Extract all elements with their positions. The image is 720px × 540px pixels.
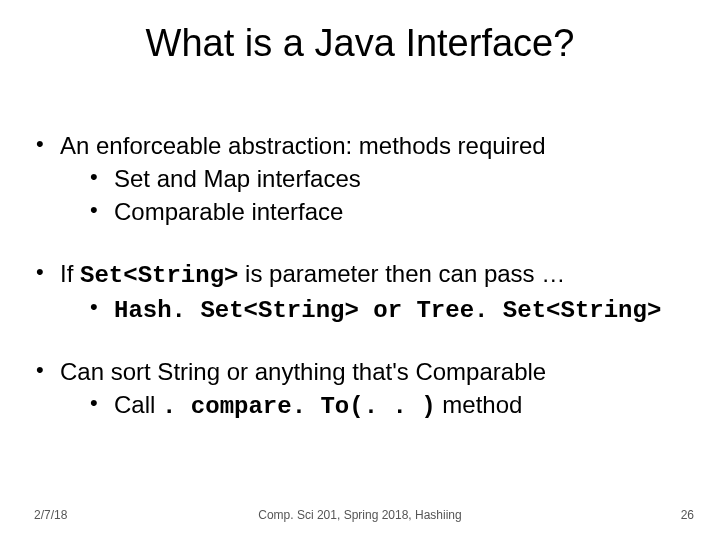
bullet-1-text: An enforceable abstraction: methods requ…	[60, 132, 546, 159]
bullet-2-prefix: If	[60, 260, 80, 287]
bullet-2-sub-1-code: Hash. Set<String> or Tree. Set<String>	[114, 297, 661, 324]
slide: What is a Java Interface? An enforceable…	[0, 0, 720, 540]
bullet-2: If Set<String> is parameter then can pas…	[34, 258, 690, 326]
bullet-3-sub-1-code: . compare. To(. . )	[162, 393, 436, 420]
bullet-2-sub-1: Hash. Set<String> or Tree. Set<String>	[60, 293, 690, 326]
bullet-1-sub-2: Comparable interface	[60, 196, 690, 227]
bullet-3-sub-1-suffix: method	[436, 391, 523, 418]
bullet-1-sub-1: Set and Map interfaces	[60, 163, 690, 194]
bullet-3-text: Can sort String or anything that's Compa…	[60, 358, 546, 385]
footer-course: Comp. Sci 201, Spring 2018, Hashiing	[0, 508, 720, 522]
slide-body: An enforceable abstraction: methods requ…	[34, 130, 690, 452]
slide-title: What is a Java Interface?	[0, 22, 720, 65]
footer-slide-number: 26	[681, 508, 694, 522]
bullet-2-suffix: is parameter then can pass …	[238, 260, 565, 287]
bullet-2-code: Set<String>	[80, 262, 238, 289]
bullet-3-sub-1-prefix: Call	[114, 391, 162, 418]
bullet-1: An enforceable abstraction: methods requ…	[34, 130, 690, 228]
bullet-3-sub-1: Call . compare. To(. . ) method	[60, 389, 690, 422]
bullet-3: Can sort String or anything that's Compa…	[34, 356, 690, 422]
